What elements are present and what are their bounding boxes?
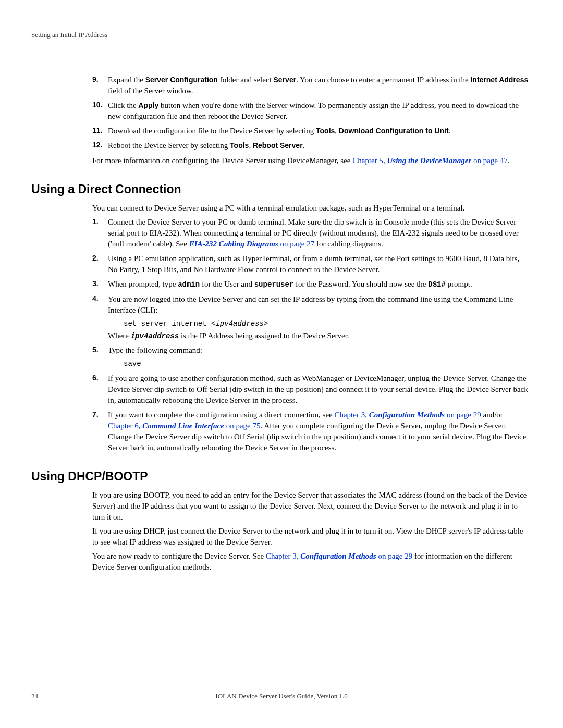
step-number: 1. — [92, 217, 99, 227]
ui-label: Apply — [138, 101, 158, 109]
step-number: 4. — [92, 294, 99, 304]
page-footer: 24 IOLAN Device Server User's Guide, Ver… — [0, 692, 563, 701]
code-variable: ipv4address — [131, 332, 179, 340]
step-number: 9. — [92, 75, 99, 85]
ui-label: Tools — [316, 127, 335, 135]
step-text: You are now logged into the Device Serve… — [108, 295, 513, 314]
code-text: admin — [178, 280, 200, 289]
cross-ref-link[interactable]: Chapter 3, — [266, 552, 300, 560]
ui-label: Reboot Server — [253, 141, 303, 150]
step-text: . You can choose to enter a permanent IP… — [296, 76, 470, 84]
code-text: save — [124, 360, 141, 368]
cross-ref-link[interactable]: Configuration Methods — [369, 411, 445, 419]
step-text: . — [303, 141, 305, 150]
step-text: If you are going to use another configur… — [108, 374, 528, 404]
paragraph: If you are using BOOTP, you need to add … — [92, 490, 529, 523]
cross-ref-link[interactable]: on page 75 — [224, 422, 261, 430]
text: . — [508, 156, 510, 165]
step-number: 2. — [92, 253, 99, 264]
cross-ref-link[interactable]: Using the DeviceManager — [387, 156, 471, 165]
step-11: 11. Download the configuration file to t… — [92, 126, 529, 137]
cross-ref-link[interactable]: on page 27 — [278, 240, 315, 248]
step-number: 10. — [92, 100, 102, 110]
step-9: 9. Expand the Server Configuration folde… — [92, 75, 529, 96]
step-list-1: 9. Expand the Server Configuration folde… — [92, 75, 529, 151]
code-block: save — [124, 358, 529, 369]
code-variable: ipv4address — [215, 319, 263, 328]
step-number: 11. — [92, 126, 102, 136]
step-text: folder and select — [218, 76, 274, 84]
step-text: Type the following command: — [108, 346, 202, 354]
page-header: Setting an Initial IP Address — [31, 30, 532, 43]
paragraph: You can connect to Device Server using a… — [92, 203, 529, 214]
step-text: and/or — [481, 411, 503, 419]
cross-ref-link[interactable]: on page 29 — [376, 552, 413, 560]
step-number: 12. — [92, 140, 102, 151]
cross-ref-link[interactable]: on page 29 — [445, 411, 481, 419]
ui-label: Tools — [230, 141, 249, 150]
cross-ref-link[interactable]: Chapter 6, — [108, 422, 142, 430]
step-text: Reboot the Device Server by selecting — [108, 141, 230, 150]
step-3: 3. When prompted, type admin for the Use… — [92, 279, 529, 290]
cross-ref-link[interactable]: on page 47 — [471, 156, 508, 165]
code-text: > — [264, 319, 268, 328]
step-text: prompt. — [446, 280, 472, 288]
step-number: 6. — [92, 373, 99, 384]
step-text: for cabling diagrams. — [314, 240, 383, 248]
ui-label: Download Configuration to Unit — [339, 127, 449, 135]
cross-ref-link[interactable]: EIA-232 Cabling Diagrams — [189, 240, 278, 248]
cross-ref-link[interactable]: Chapter 3, — [334, 411, 369, 419]
ui-label: Server Configuration — [145, 76, 218, 84]
step-6: 6. If you are going to use another confi… — [92, 373, 529, 406]
step-text: Using a PC emulation application, such a… — [108, 254, 519, 274]
cross-ref-link[interactable]: Chapter 5, — [352, 156, 387, 165]
ui-label: Server — [274, 76, 297, 84]
paragraph: If you are using DHCP, just connect the … — [92, 526, 529, 548]
code-block: set server internet <ipv4address> — [124, 318, 529, 329]
step-number: 3. — [92, 279, 99, 289]
code-text: DS1# — [428, 280, 446, 289]
section-heading-dhcp-bootp: Using DHCP/BOOTP — [31, 468, 532, 485]
code-text: set server internet < — [124, 319, 215, 328]
step-text: is the IP Address being assigned to the … — [179, 331, 349, 340]
text: For more information on configuring the … — [92, 156, 352, 165]
step-number: 7. — [92, 410, 99, 420]
step-text: If you want to complete the configuratio… — [108, 411, 334, 419]
step-text: button when you're done with the Server … — [108, 101, 519, 120]
step-text: Where — [108, 331, 131, 340]
step-5: 5. Type the following command: save — [92, 345, 529, 369]
step-text: Click the — [108, 101, 138, 109]
step-2: 2. Using a PC emulation application, suc… — [92, 253, 529, 275]
step-7: 7. If you want to complete the configura… — [92, 410, 529, 453]
step-number: 5. — [92, 345, 99, 355]
cross-ref-link[interactable]: Configuration Methods — [300, 552, 376, 560]
step-text: , — [335, 127, 339, 135]
step-12: 12. Reboot the Device Server by selectin… — [92, 140, 529, 151]
step-1: 1. Connect the Device Server to your PC … — [92, 217, 529, 250]
code-text: superuser — [254, 280, 294, 289]
paragraph: You are now ready to configure the Devic… — [92, 551, 529, 573]
step-text: for the Password. You should now see the — [293, 280, 428, 288]
cross-ref-link[interactable]: Command Line Interface — [142, 422, 224, 430]
step-text: Expand the — [108, 76, 145, 84]
step-text: Download the configuration file to the D… — [108, 127, 316, 135]
step-4: 4. You are now logged into the Device Se… — [92, 294, 529, 341]
step-10: 10. Click the Apply button when you're d… — [92, 100, 529, 122]
step-text: for the User and — [200, 280, 254, 288]
step-list-2: 1. Connect the Device Server to your PC … — [92, 217, 529, 453]
step-text: field of the Server window. — [108, 87, 193, 95]
section-heading-direct-connection: Using a Direct Connection — [31, 181, 532, 198]
step-text: , — [249, 141, 253, 150]
page-number: 24 — [31, 692, 38, 701]
text: You are now ready to configure the Devic… — [92, 552, 266, 560]
paragraph: For more information on configuring the … — [92, 155, 529, 166]
step-text: . — [449, 127, 451, 135]
step-text: When prompted, type — [108, 280, 178, 288]
footer-text: IOLAN Device Server User's Guide, Versio… — [215, 692, 347, 700]
ui-label: Internet Address — [470, 76, 528, 84]
